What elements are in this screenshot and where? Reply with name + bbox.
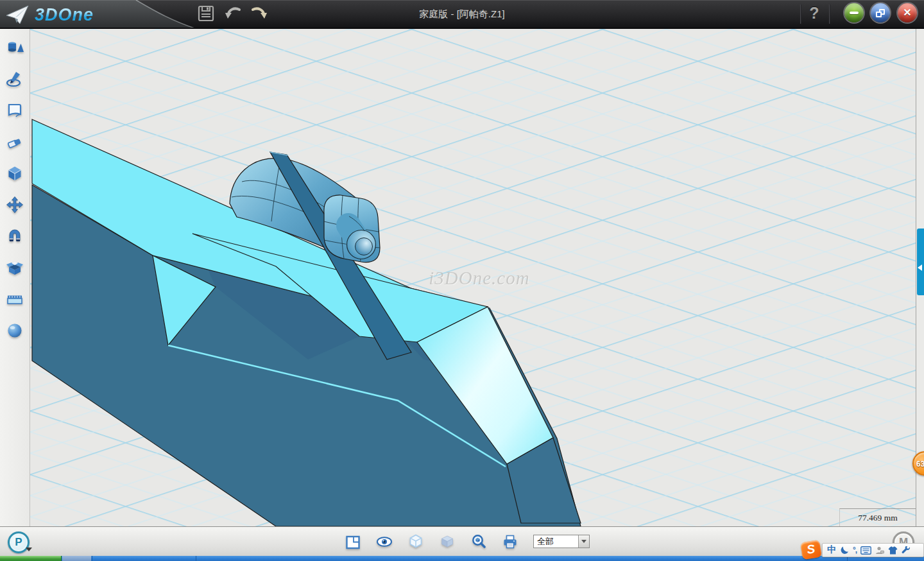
- sidebar-item-render[interactable]: [3, 319, 27, 342]
- taskbar-button-segment[interactable]: [62, 556, 91, 561]
- titlebar-separator: [829, 4, 830, 24]
- close-icon: ✕: [903, 8, 911, 18]
- selection-filter-value: 全部: [534, 536, 578, 548]
- taskbar-separator: [92, 556, 92, 561]
- close-button[interactable]: ✕: [898, 3, 917, 22]
- sidebar-item-feature[interactable]: [3, 162, 27, 185]
- sidebar-item-solids[interactable]: [3, 36, 27, 59]
- sidebar-item-combine[interactable]: [3, 256, 27, 279]
- combine-icon: [6, 259, 24, 277]
- sidebar-item-constraint[interactable]: [3, 225, 27, 248]
- bottom-toolbar: P: [0, 526, 924, 556]
- skin-icon[interactable]: [888, 546, 898, 555]
- render-sphere-icon: [6, 322, 24, 340]
- part-mode-dropdown-caret[interactable]: [26, 548, 32, 551]
- chevron-left-icon: [918, 264, 922, 271]
- viewport-canvas[interactable]: i3DOne.com: [30, 29, 916, 526]
- restore-button[interactable]: [871, 3, 890, 22]
- magnet-icon: [6, 227, 24, 245]
- view-tools-group: 全部: [345, 531, 590, 551]
- sidebar-item-move[interactable]: [3, 193, 27, 216]
- zoom-search-button[interactable]: [470, 531, 487, 551]
- move-icon: [6, 196, 24, 214]
- application-window: 3DOne 家庭版 - [阿帕奇.Z1] ? ✕: [0, 0, 924, 561]
- sidebar-item-sketch[interactable]: [3, 67, 27, 91]
- surface-icon: [6, 101, 24, 119]
- tools-icon[interactable]: [902, 546, 911, 555]
- minimize-icon: [850, 12, 859, 14]
- plane-layout-icon: [345, 533, 361, 550]
- profile-icon[interactable]: [875, 546, 884, 555]
- taskbar-separator: [196, 556, 196, 561]
- wireframe-display-button[interactable]: [407, 531, 424, 551]
- eye-icon: [376, 533, 393, 550]
- keyboard-icon[interactable]: [860, 546, 871, 555]
- chevron-down-icon: [581, 540, 586, 543]
- solids-icon: [6, 39, 24, 56]
- window-title: 家庭版 - [阿帕奇.Z1]: [0, 8, 924, 21]
- punctuation-icon[interactable]: °,: [853, 546, 857, 555]
- print-icon: [502, 533, 518, 550]
- shaded-cube-icon: [439, 533, 456, 550]
- sogou-logo[interactable]: S: [800, 540, 822, 560]
- minimize-button[interactable]: [844, 3, 864, 22]
- restore-icon: [876, 9, 885, 17]
- scale-indicator: 77.469 mm: [839, 508, 916, 526]
- os-taskbar-sliver[interactable]: [0, 556, 924, 561]
- model-apache: [30, 29, 916, 526]
- dropdown-button[interactable]: [578, 535, 589, 548]
- eraser-icon: [6, 133, 24, 151]
- wireframe-cube-icon: [407, 533, 424, 550]
- sidebar-item-surface[interactable]: [3, 99, 27, 122]
- print-button[interactable]: [502, 531, 518, 551]
- title-bar: 3DOne 家庭版 - [阿帕奇.Z1] ? ✕: [0, 0, 924, 29]
- help-button[interactable]: ?: [806, 4, 823, 24]
- visibility-button[interactable]: [376, 531, 393, 551]
- titlebar-separator: [800, 4, 801, 24]
- layout-plane-button[interactable]: [345, 531, 361, 551]
- selection-filter-dropdown[interactable]: 全部: [533, 535, 590, 548]
- taskbar-start-segment[interactable]: [0, 556, 62, 561]
- sidebar-item-eraser[interactable]: [3, 130, 27, 153]
- ime-toolbar: 中 °,: [822, 543, 924, 557]
- sidebar-item-measure[interactable]: [3, 288, 27, 311]
- moon-icon[interactable]: [840, 546, 849, 555]
- panel-expand-tab[interactable]: [917, 229, 924, 295]
- measure-icon: [6, 290, 24, 308]
- left-toolbar: [0, 29, 30, 526]
- feature-cube-icon: [6, 164, 24, 182]
- shaded-display-button[interactable]: [439, 531, 456, 551]
- zoom-search-icon: [470, 533, 487, 550]
- language-toggle[interactable]: 中: [827, 544, 836, 556]
- sketch-icon: [6, 70, 24, 88]
